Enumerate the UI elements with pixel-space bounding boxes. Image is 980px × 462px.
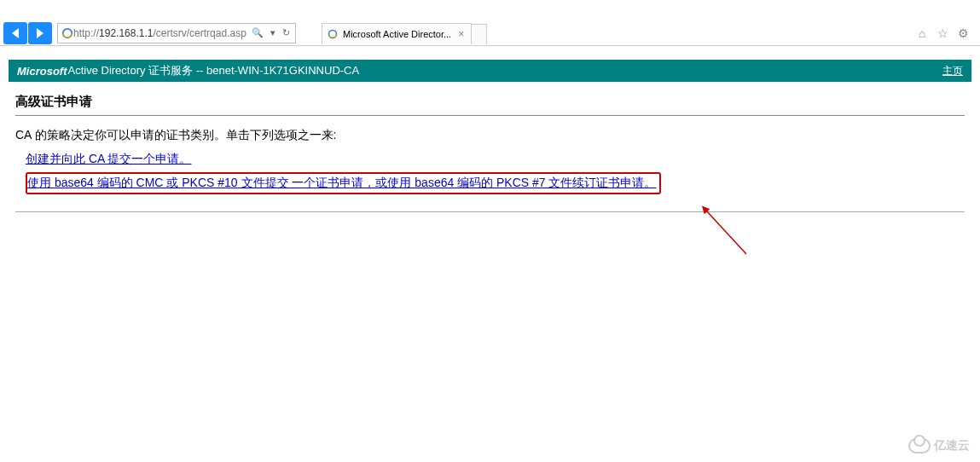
highlighted-option: 使用 base64 编码的 CMC 或 PKCS #10 文件提交 一个证书申请… (26, 172, 661, 194)
ie-icon (328, 29, 338, 39)
tab-close-button[interactable]: × (456, 28, 466, 40)
forward-button[interactable] (28, 22, 52, 44)
window-minimize-button[interactable] (929, 3, 942, 17)
favorites-icon[interactable]: ☆ (936, 26, 949, 40)
browser-toolbar: http://192.168.1.1/certsrv/certrqad.asp … (0, 20, 980, 46)
link-create-submit-request[interactable]: 创建并向此 CA 提交一个申请。 (26, 152, 191, 167)
tab-bar: Microsoft Active Director... × (322, 22, 487, 44)
address-bar-tools: 🔍 ▾ ↻ (250, 27, 292, 38)
certsrv-banner: Microsoft Active Directory 证书服务 -- benet… (9, 60, 971, 82)
page-content: 高级证书申请 CA 的策略决定你可以申请的证书类别。单击下列选项之一来: 创建并… (0, 82, 980, 224)
banner-brand: Microsoft (17, 65, 67, 78)
cloud-icon (908, 438, 931, 453)
window-maximize-button[interactable] (958, 3, 971, 17)
divider (15, 211, 965, 212)
browser-tab[interactable]: Microsoft Active Director... × (322, 23, 472, 44)
link-submit-base64-request[interactable]: 使用 base64 编码的 CMC 或 PKCS #10 文件提交 一个证书申请… (27, 176, 657, 191)
new-tab-button[interactable] (472, 24, 487, 44)
browser-right-icons: ⌂ ☆ ⚙ (915, 26, 977, 40)
address-bar[interactable]: http://192.168.1.1/certsrv/certrqad.asp … (57, 23, 296, 43)
back-button[interactable] (3, 22, 27, 44)
page-title: 高级证书申请 (15, 94, 965, 110)
search-icon[interactable]: 🔍 (250, 27, 265, 38)
dropdown-icon[interactable]: ▾ (269, 27, 277, 38)
home-icon[interactable]: ⌂ (915, 26, 929, 40)
banner-home-link[interactable]: 主页 (942, 64, 963, 78)
intro-text: CA 的策略决定你可以申请的证书类别。单击下列选项之一来: (15, 128, 965, 143)
refresh-icon[interactable]: ↻ (281, 27, 292, 38)
window-title-bar (0, 0, 980, 20)
arrow-right-icon (37, 28, 43, 38)
ie-icon (61, 27, 73, 39)
watermark-text: 亿速云 (934, 438, 970, 453)
gear-icon[interactable]: ⚙ (956, 26, 970, 40)
link-list: 创建并向此 CA 提交一个申请。 使用 base64 编码的 CMC 或 PKC… (26, 152, 965, 194)
arrow-left-icon (12, 28, 19, 38)
tab-title: Microsoft Active Director... (343, 29, 451, 39)
watermark: 亿速云 (908, 438, 970, 453)
url-text: http://192.168.1.1/certsrv/certrqad.asp (73, 27, 246, 39)
divider (15, 115, 965, 116)
banner-text: Active Directory 证书服务 -- benet-WIN-1K71G… (68, 63, 360, 78)
